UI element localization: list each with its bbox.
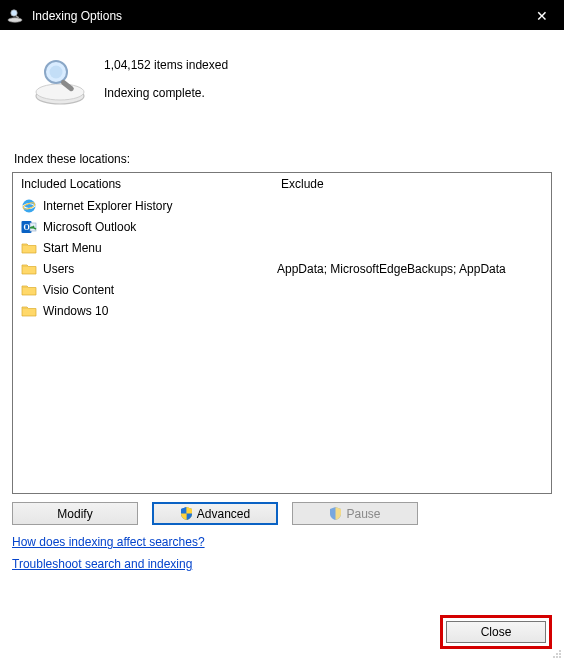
close-button[interactable]: Close [446, 621, 546, 643]
list-item[interactable]: Visio Content [13, 279, 272, 300]
svg-point-15 [556, 653, 558, 655]
ie-icon [21, 198, 37, 214]
uac-shield-icon [180, 507, 193, 520]
exclude-cell [273, 279, 551, 300]
indexing-options-app-icon [6, 7, 24, 25]
help-links: How does indexing affect searches? Troub… [12, 535, 552, 579]
list-item-label: Windows 10 [43, 304, 108, 318]
svg-text:O: O [23, 223, 29, 232]
column-header-exclude[interactable]: Exclude [273, 173, 551, 195]
outlook-icon: O [21, 219, 37, 235]
list-item-label: Users [43, 262, 74, 276]
advanced-button-label: Advanced [197, 507, 250, 521]
help-link-indexing[interactable]: How does indexing affect searches? [12, 535, 205, 549]
svg-point-13 [559, 650, 561, 652]
pause-button-label: Pause [346, 507, 380, 521]
status-block: 1,04,152 items indexed Indexing complete… [12, 38, 552, 118]
items-indexed-count: 1,04,152 items indexed [104, 58, 228, 72]
dialog-content: 1,04,152 items indexed Indexing complete… [0, 30, 564, 587]
indexing-magnifier-icon [30, 52, 90, 112]
svg-point-17 [556, 656, 558, 658]
titlebar: Indexing Options ✕ [0, 0, 564, 30]
svg-point-0 [8, 18, 22, 22]
pause-button: Pause [292, 502, 418, 525]
svg-point-4 [36, 84, 84, 100]
button-row: Modify Advanced Pause [12, 502, 552, 525]
close-button-highlight: Close [440, 615, 552, 649]
window-close-button[interactable]: ✕ [519, 1, 564, 31]
folder-icon [21, 261, 37, 277]
exclude-cell: AppData; MicrosoftEdgeBackups; AppData [273, 258, 551, 279]
folder-icon [21, 282, 37, 298]
exclude-cell [273, 216, 551, 237]
uac-shield-icon [329, 507, 342, 520]
folder-icon [21, 240, 37, 256]
svg-point-1 [11, 10, 17, 16]
window-title: Indexing Options [32, 9, 122, 23]
list-item[interactable]: Users [13, 258, 272, 279]
svg-point-14 [559, 653, 561, 655]
list-item[interactable]: OMicrosoft Outlook [13, 216, 272, 237]
troubleshoot-link[interactable]: Troubleshoot search and indexing [12, 557, 192, 571]
folder-icon [21, 303, 37, 319]
indexing-state: Indexing complete. [104, 86, 228, 100]
exclude-cell [273, 237, 551, 258]
svg-point-18 [553, 656, 555, 658]
svg-point-6 [50, 66, 63, 79]
resize-grip-icon[interactable] [552, 649, 562, 659]
section-label: Index these locations: [12, 152, 552, 166]
exclude-cell [273, 300, 551, 321]
column-header-included[interactable]: Included Locations [13, 173, 272, 195]
list-item-label: Start Menu [43, 241, 102, 255]
close-icon: ✕ [536, 8, 548, 24]
list-item-label: Internet Explorer History [43, 199, 172, 213]
list-item[interactable]: Internet Explorer History [13, 195, 272, 216]
exclude-cell [273, 195, 551, 216]
list-item-label: Microsoft Outlook [43, 220, 136, 234]
modify-button[interactable]: Modify [12, 502, 138, 525]
list-item[interactable]: Windows 10 [13, 300, 272, 321]
locations-list[interactable]: Included Locations Internet Explorer His… [12, 172, 552, 494]
list-item-label: Visio Content [43, 283, 114, 297]
list-item[interactable]: Start Menu [13, 237, 272, 258]
svg-point-16 [559, 656, 561, 658]
advanced-button[interactable]: Advanced [152, 502, 278, 525]
